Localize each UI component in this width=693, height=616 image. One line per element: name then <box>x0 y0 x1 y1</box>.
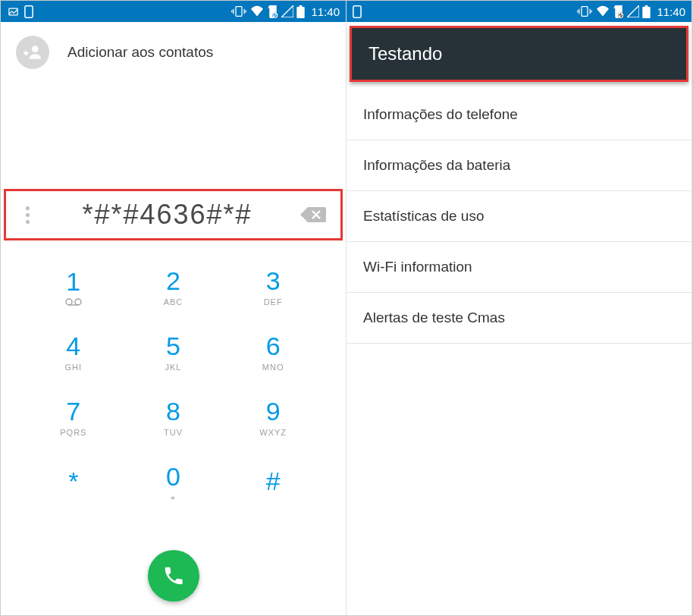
key-1[interactable]: 1 <box>24 254 124 319</box>
menu-item-usage-stats[interactable]: Estatísticas de uso <box>346 191 691 242</box>
status-bar: 11:40 <box>1 1 346 22</box>
add-to-contacts-label: Adicionar aos contatos <box>67 44 213 61</box>
key-4[interactable]: 4GHI <box>24 319 124 385</box>
key-star[interactable]: * <box>24 450 124 515</box>
wifi-icon <box>595 5 610 17</box>
menu-item-wifi-info[interactable]: Wi-Fi information <box>346 242 691 293</box>
sim-blocked-icon <box>613 5 624 18</box>
dialer-screen: 11:40 Adicionar aos contatos *#*#4636#*#… <box>1 1 346 615</box>
dialed-number-bar: *#*#4636#*# <box>4 189 343 240</box>
svg-rect-20 <box>353 5 361 17</box>
svg-rect-11 <box>299 5 303 7</box>
svg-rect-21 <box>582 7 588 17</box>
svg-rect-29 <box>643 6 651 17</box>
key-2[interactable]: 2ABC <box>124 254 224 319</box>
testing-menu-list: Informações do telefone Informações da b… <box>346 82 691 344</box>
dialer-menu-button[interactable] <box>18 202 36 228</box>
testing-screen: 11:40 Testando Informações do telefone I… <box>346 1 692 615</box>
status-right-icons: 11:40 <box>231 5 340 18</box>
status-left-icons <box>353 5 362 18</box>
signal-empty-icon <box>281 5 293 17</box>
image-icon <box>7 6 20 17</box>
svg-point-18 <box>75 299 81 305</box>
add-contact-icon <box>16 36 49 69</box>
vibrate-icon <box>231 5 246 17</box>
device-icon <box>24 5 33 18</box>
key-6[interactable]: 6MNO <box>223 319 323 385</box>
svg-point-12 <box>32 46 39 52</box>
voicemail-icon <box>65 298 82 306</box>
sim-blocked-icon <box>268 5 278 18</box>
status-clock: 11:40 <box>311 5 340 18</box>
add-to-contacts-row[interactable]: Adicionar aos contatos <box>1 22 346 83</box>
testing-title: Testando <box>368 43 442 64</box>
key-8[interactable]: 8TUV <box>124 385 224 450</box>
menu-item-battery-info[interactable]: Informações da bateria <box>346 140 691 191</box>
svg-rect-10 <box>297 6 305 17</box>
key-hash[interactable]: # <box>223 450 323 515</box>
key-5[interactable]: 5JKL <box>124 319 224 385</box>
status-bar: 11:40 <box>346 1 691 22</box>
svg-rect-2 <box>236 7 242 17</box>
device-icon <box>353 5 362 18</box>
svg-rect-30 <box>645 5 648 7</box>
status-left-icons <box>7 5 33 18</box>
wifi-icon <box>249 5 265 17</box>
testing-title-bar: Testando <box>350 26 688 82</box>
call-button[interactable] <box>148 550 199 602</box>
battery-icon <box>296 5 305 18</box>
key-9[interactable]: 9WXYZ <box>223 385 323 450</box>
key-0[interactable]: 0+ <box>124 450 224 515</box>
dialer-spacer <box>1 83 346 189</box>
status-clock: 11:40 <box>657 5 685 18</box>
svg-rect-1 <box>25 5 33 17</box>
dialpad: 1 2ABC 3DEF 4GHI 5JKL 6MNO 7PQRS 8TUV 9W… <box>1 254 346 515</box>
call-button-container <box>1 550 346 602</box>
backspace-button[interactable] <box>298 206 328 224</box>
svg-rect-0 <box>9 8 17 15</box>
key-3[interactable]: 3DEF <box>223 254 323 319</box>
dialed-number: *#*#4636#*# <box>36 199 298 231</box>
phone-icon <box>162 564 185 587</box>
menu-item-phone-info[interactable]: Informações do telefone <box>346 90 691 140</box>
key-7[interactable]: 7PQRS <box>24 385 124 450</box>
signal-empty-icon <box>627 5 639 17</box>
svg-point-17 <box>66 299 72 305</box>
vibrate-icon <box>577 5 592 17</box>
status-right-icons: 11:40 <box>577 5 685 18</box>
menu-item-cmas-alerts[interactable]: Alertas de teste Cmas <box>346 293 691 344</box>
battery-icon <box>642 5 651 18</box>
